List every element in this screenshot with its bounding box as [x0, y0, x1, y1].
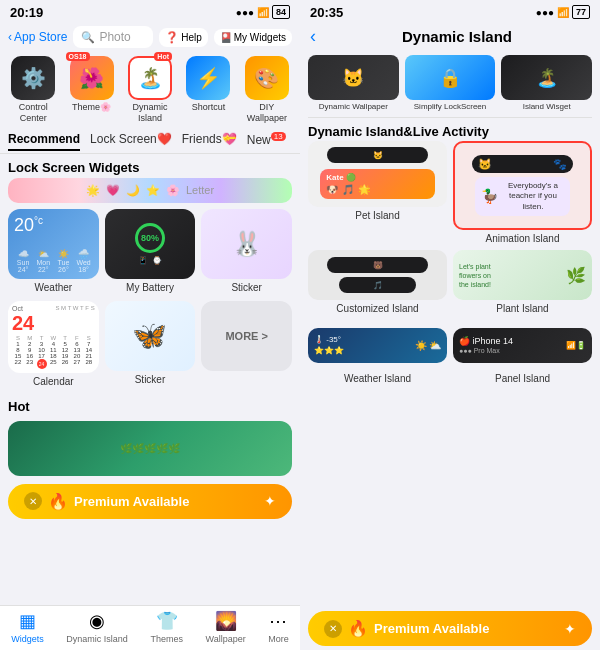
- panel-island-inner: 🍎 iPhone 14 ●●● Pro Max 📶🔋: [453, 328, 592, 363]
- help-button[interactable]: ❓ Help: [159, 28, 208, 47]
- mywidgets-label: My Widgets: [234, 32, 286, 43]
- weather-widget-item[interactable]: 20 °c ☁️Sun24° ⛅Mon22° ☀️Tue26° 🌧️Wed18°…: [8, 209, 99, 295]
- weather-day-1: ☁️Sun24°: [14, 249, 32, 273]
- wallpaper-nav-label: Wallpaper: [205, 634, 245, 644]
- cal-26: 26: [59, 359, 71, 369]
- nav-more[interactable]: ⋯ More: [268, 610, 289, 644]
- weather-day-4: 🌧️Wed18°: [74, 249, 92, 273]
- dw-simplify-item[interactable]: 🔒 Simplify LockScreen: [405, 55, 496, 111]
- plant-emoji-icon: 🌿: [566, 266, 586, 285]
- close-icon[interactable]: ✕: [24, 492, 42, 510]
- weather-day-2: ⛅Mon22°: [34, 249, 52, 273]
- kate-emoji-3: 🌟: [358, 184, 370, 195]
- hot-banner-image[interactable]: 🌿🌿🌿🌿🌿: [8, 421, 292, 476]
- left-status-bar: 20:19 ●●● 📶 84: [0, 0, 300, 22]
- theme-label: Theme🌸: [72, 102, 111, 113]
- weather-stars-display: ⭐⭐⭐: [314, 346, 344, 355]
- letter-widget[interactable]: 🌟 💗 🌙 ⭐ 🌸 Letter: [8, 178, 292, 203]
- letter-icon-5: 🌸: [166, 184, 180, 197]
- search-icon: 🔍: [81, 31, 95, 44]
- dynamic-island-nav-label: Dynamic Island: [66, 634, 128, 644]
- cal-grid: S M T W T F S 1234567 891011121314 15161…: [12, 335, 95, 369]
- calendar-label: Calendar: [8, 376, 99, 389]
- battery-widget: 80% 📱 ⌚: [105, 209, 196, 279]
- diy-wallpaper-label: DIYWallpaper: [247, 102, 287, 124]
- dynamic-island-icon-item[interactable]: Hot 🏝️ DynamicIsland: [125, 56, 175, 124]
- widgets-nav-label: Widgets: [11, 634, 44, 644]
- wallpaper-nav-icon: 🌄: [215, 610, 237, 632]
- help-icon: ❓: [165, 31, 179, 44]
- nav-themes[interactable]: 👕 Themes: [150, 610, 183, 644]
- divider-1: [308, 117, 592, 118]
- premium-right-left-group: ✕ 🔥 Premium Available: [324, 619, 489, 638]
- wifi-icon: 📶: [257, 7, 269, 18]
- tab-new[interactable]: New13: [247, 132, 286, 151]
- dw-island-item[interactable]: 🏝️ Island Wisget: [501, 55, 592, 111]
- left-status-time: 20:19: [10, 5, 43, 20]
- my-widgets-button[interactable]: 🎴 My Widgets: [214, 29, 292, 46]
- custom-pill-1: 🐻: [327, 257, 429, 273]
- animation-island-card[interactable]: 🐱 🐾 🦆 Everybody's a teacher if you liste…: [453, 141, 592, 244]
- plant-text: Let's plantflowers onthe island!: [459, 262, 491, 289]
- cal-month: Oct: [12, 305, 23, 312]
- sticker2-widget-item[interactable]: 🦋 Sticker: [105, 301, 196, 389]
- right-status-bar: 20:35 ●●● 📶 77: [300, 0, 600, 22]
- right-signal-icon: ●●●: [536, 7, 554, 18]
- control-center-icon-item[interactable]: ⚙️ ControlCenter: [8, 56, 58, 124]
- shortcut-icon-item[interactable]: ⚡ Shortcut: [183, 56, 233, 124]
- sticker-label: Sticker: [201, 282, 292, 295]
- battery-widget-item[interactable]: 80% 📱 ⌚ My Battery: [105, 209, 196, 295]
- custom-icon-2: 🎵: [373, 281, 383, 290]
- dw-cat-item[interactable]: 🐱 Dynamic Wallpaper: [308, 55, 399, 111]
- left-panel: 20:19 ●●● 📶 84 ‹ App Store 🔍 Photo ❓ Hel…: [0, 0, 300, 650]
- calendar-widget-item[interactable]: Oct S M T W T F S 24 S M T W T F S 12345…: [8, 301, 99, 389]
- panel-island-preview: 🍎 iPhone 14 ●●● Pro Max 📶🔋: [453, 320, 592, 370]
- live-activity-header: Dynamic Island&Live Activity: [300, 120, 600, 141]
- tab-lock-screen[interactable]: Lock Screen❤️: [90, 132, 172, 151]
- letter-icon-3: 🌙: [126, 184, 140, 197]
- close-premium-icon[interactable]: ✕: [324, 620, 342, 638]
- theme-icon: OS18 🌺: [70, 56, 114, 100]
- nav-widgets[interactable]: ▦ Widgets: [11, 610, 44, 644]
- search-bar[interactable]: 🔍 Photo: [73, 26, 153, 48]
- plant-island-card[interactable]: Let's plantflowers onthe island! 🌿 Plant…: [453, 250, 592, 314]
- dw-simplify-thumb: 🔒: [405, 55, 496, 100]
- widgets-nav-icon: ▦: [19, 610, 36, 632]
- anim-pill: 🐱 🐾: [472, 155, 573, 173]
- diy-wallpaper-icon-item[interactable]: 🎨 DIYWallpaper: [242, 56, 292, 124]
- diy-wallpaper-icon: 🎨: [245, 56, 289, 100]
- pet-island-card[interactable]: 🐱 Kate 🟢 🐶 🎵 🌟 Pet Island: [308, 141, 447, 244]
- customized-island-card[interactable]: 🐻 🎵 Customized Island: [308, 250, 447, 314]
- weather-island-preview: 🌡️ -35° ⭐⭐⭐ ☀️ ⛅: [308, 320, 447, 370]
- more-button-item[interactable]: MORE >: [201, 301, 292, 389]
- tab-friends[interactable]: Friends💝: [182, 132, 237, 151]
- nav-dynamic-island[interactable]: ◉ Dynamic Island: [66, 610, 128, 644]
- animation-island-label: Animation Island: [486, 233, 560, 244]
- back-to-appstore[interactable]: ‹ App Store: [8, 30, 67, 44]
- dynamic-island-label: DynamicIsland: [133, 102, 168, 124]
- back-arrow-icon[interactable]: ‹: [310, 26, 316, 47]
- cal-date: 24: [12, 312, 95, 335]
- theme-icon-item[interactable]: OS18 🌺 Theme🌸: [66, 56, 116, 124]
- weather-island-inner: 🌡️ -35° ⭐⭐⭐ ☀️ ⛅: [308, 328, 447, 363]
- left-status-icons: ●●● 📶 84: [236, 5, 290, 19]
- right-status-time: 20:35: [310, 5, 343, 20]
- weather-island-card[interactable]: 🌡️ -35° ⭐⭐⭐ ☀️ ⛅ Weather Island: [308, 320, 447, 384]
- sticker2-label: Sticker: [105, 374, 196, 387]
- sticker-widget-item[interactable]: 🐰 Sticker: [201, 209, 292, 295]
- kate-card: Kate 🟢 🐶 🎵 🌟: [320, 169, 434, 199]
- battery-label: My Battery: [105, 282, 196, 295]
- custom-pill-2: 🎵: [339, 277, 415, 293]
- more-button[interactable]: MORE >: [201, 301, 292, 371]
- animation-island-preview: 🐱 🐾 🦆 Everybody's a teacher if you liste…: [453, 141, 592, 230]
- panel-island-card[interactable]: 🍎 iPhone 14 ●●● Pro Max 📶🔋 Panel Island: [453, 320, 592, 384]
- premium-banner-left[interactable]: ✕ 🔥 Premium Available ✦: [8, 484, 292, 519]
- cal-month-short: S M T W T F S: [55, 305, 94, 312]
- tab-recommend[interactable]: Recommend: [8, 132, 80, 151]
- weather-label: Weather: [8, 282, 99, 295]
- premium-banner-right[interactable]: ✕ 🔥 Premium Available ✦: [308, 611, 592, 646]
- weather-temp-display: 🌡️ -35°: [314, 335, 344, 344]
- nav-wallpaper[interactable]: 🌄 Wallpaper: [205, 610, 245, 644]
- more-nav-icon: ⋯: [269, 610, 287, 632]
- sticker-widget: 🐰: [201, 209, 292, 279]
